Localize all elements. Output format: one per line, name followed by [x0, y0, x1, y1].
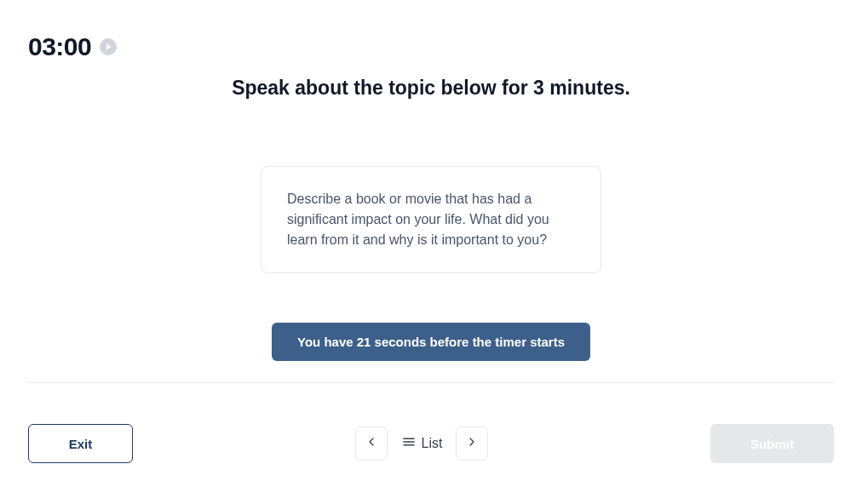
divider	[28, 382, 834, 383]
footer: Exit List Submit	[28, 424, 834, 463]
instruction-text: Speak about the topic below for 3 minute…	[232, 77, 630, 100]
topic-card: Describe a book or movie that has had a …	[261, 166, 601, 273]
submit-button[interactable]: Submit	[710, 424, 834, 463]
timer-area: 03:00	[28, 32, 117, 61]
countdown-banner: You have 21 seconds before the timer sta…	[272, 323, 590, 361]
pager: List	[355, 427, 489, 461]
main-content: Speak about the topic below for 3 minute…	[0, 77, 862, 361]
play-icon[interactable]	[100, 38, 117, 55]
prev-button[interactable]	[355, 427, 388, 461]
menu-icon	[401, 434, 417, 453]
timer-display: 03:00	[28, 32, 91, 61]
list-label: List	[422, 436, 443, 451]
chevron-left-icon	[365, 435, 378, 452]
topic-prompt: Describe a book or movie that has had a …	[287, 189, 575, 250]
list-button[interactable]: List	[398, 434, 446, 453]
chevron-right-icon	[465, 435, 479, 452]
exit-button[interactable]: Exit	[28, 424, 133, 463]
next-button[interactable]	[456, 427, 488, 461]
